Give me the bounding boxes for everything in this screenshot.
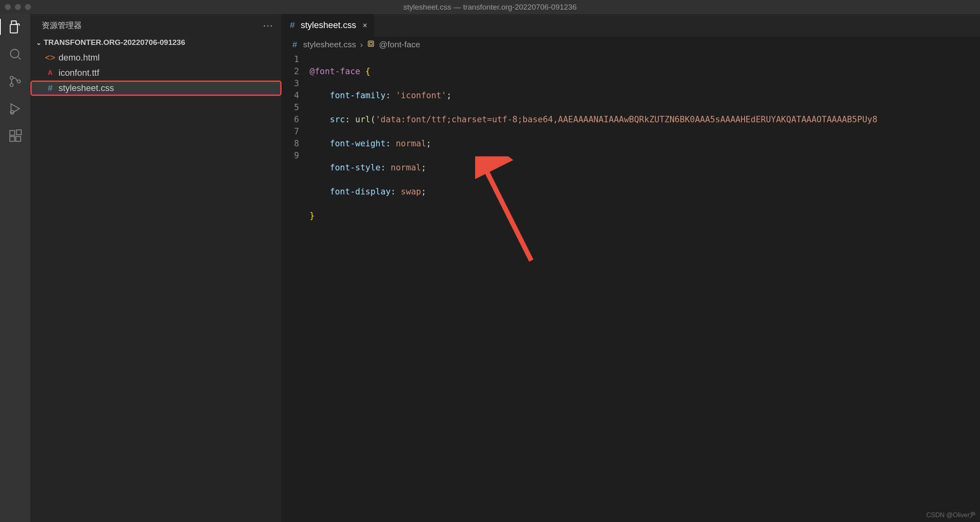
close-dot[interactable] [5,4,11,10]
breadcrumb-sep: › [360,40,363,49]
svg-rect-8 [16,137,21,142]
font-file-icon: A [46,69,55,77]
file-tree: <> demo.html A iconfont.ttf # stylesheet… [30,49,281,96]
svg-point-4 [17,80,20,83]
file-label: stylesheet.css [59,83,114,93]
file-item-demo-html[interactable]: <> demo.html [30,50,281,65]
line-gutter: 1 2 3 4 5 6 7 8 9 [281,53,310,522]
svg-point-3 [10,83,13,87]
at-rule-icon [367,40,375,50]
maximize-dot[interactable] [25,4,31,10]
source-control-icon[interactable] [7,73,23,89]
svg-rect-10 [368,41,373,46]
code-area[interactable]: 1 2 3 4 5 6 7 8 9 @font-face { font-fami… [281,53,980,522]
sidebar: 资源管理器 ··· ⌄ TRANSFONTER.ORG-20220706-091… [30,14,281,522]
editor: # stylesheet.css × # stylesheet.css › @f… [281,14,980,522]
sidebar-header: 资源管理器 ··· [30,14,281,36]
tab-stylesheet-css[interactable]: # stylesheet.css × [281,14,374,36]
svg-point-1 [10,49,19,58]
minimize-dot[interactable] [15,4,21,10]
search-icon[interactable] [7,46,23,62]
css-file-icon: # [290,40,299,49]
close-icon[interactable]: × [362,21,367,30]
window-title: stylesheet.css — transfonter.org-2022070… [403,3,577,12]
svg-rect-7 [10,137,15,142]
svg-rect-6 [10,131,15,136]
svg-rect-0 [10,24,18,33]
sidebar-title: 资源管理器 [42,20,82,31]
html-file-icon: <> [46,53,55,63]
file-label: demo.html [59,53,100,63]
more-icon[interactable]: ··· [263,20,273,31]
run-debug-icon[interactable] [7,101,23,117]
breadcrumb-file: stylesheet.css [303,40,356,49]
tab-bar: # stylesheet.css × [281,14,980,36]
file-item-stylesheet-css[interactable]: # stylesheet.css [30,81,281,96]
css-file-icon: # [46,83,55,93]
file-label: iconfont.ttf [59,68,99,78]
css-file-icon: # [288,20,297,30]
svg-point-2 [10,76,13,79]
explorer-icon[interactable] [0,19,30,35]
tab-label: stylesheet.css [301,20,356,30]
code-content[interactable]: @font-face { font-family: 'iconfont'; sr… [310,53,980,522]
titlebar: stylesheet.css — transfonter.org-2022070… [0,0,980,14]
traffic-lights [5,4,31,10]
extensions-icon[interactable] [7,128,23,144]
file-item-iconfont-ttf[interactable]: A iconfont.ttf [30,65,281,81]
breadcrumb-symbol: @font-face [379,40,420,49]
activity-bar [0,14,30,522]
chevron-down-icon: ⌄ [36,39,41,47]
watermark: CSDN @Oliver尹 [926,511,976,520]
breadcrumb[interactable]: # stylesheet.css › @font-face [281,36,980,53]
svg-rect-9 [16,130,21,135]
folder-header[interactable]: ⌄ TRANSFONTER.ORG-20220706-091236 [30,36,281,49]
folder-name: TRANSFONTER.ORG-20220706-091236 [44,38,185,47]
